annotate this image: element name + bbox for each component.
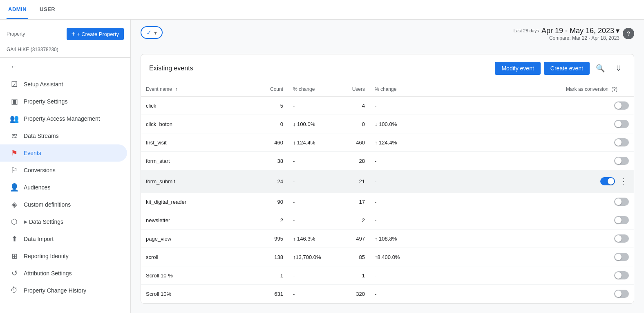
sidebar-item-reporting-identity[interactable]: ⊞Reporting Identity — [0, 248, 127, 265]
count-pct-cell: ↑13,700.0% — [288, 248, 337, 266]
back-button[interactable]: ← — [7, 59, 21, 74]
check-circle-icon: ✓ — [146, 29, 152, 36]
th-users-pct: % change — [370, 82, 419, 97]
create-event-button[interactable]: Create event — [544, 62, 590, 75]
three-dots-menu[interactable]: ⋮ — [618, 175, 629, 187]
conversion-toggle[interactable] — [614, 234, 629, 243]
count-pct-cell: - — [288, 97, 337, 115]
count-cell: 0 — [255, 115, 288, 133]
conversion-toggle[interactable] — [614, 101, 629, 110]
sidebar-item-audiences[interactable]: 👤Audiences — [0, 179, 127, 196]
toggle-slider — [614, 101, 629, 110]
create-property-button[interactable]: + + Create Property — [67, 28, 124, 40]
sidebar-item-data-settings[interactable]: ⬡▶Data Settings — [0, 213, 127, 230]
top-nav: ADMIN USER — [0, 0, 644, 20]
sidebar-item-attribution-settings[interactable]: ↺Attribution Settings — [0, 265, 127, 282]
expand-arrow-icon: ▶ — [24, 219, 27, 225]
count-pct-cell: - — [288, 152, 337, 170]
filter-chip[interactable]: ✓ ▾ — [141, 26, 163, 39]
modify-event-button[interactable]: Modify event — [495, 62, 540, 75]
property-settings-icon: ▣ — [10, 97, 19, 106]
last-days-label: Last 28 days — [514, 28, 539, 33]
users-pct-cell: - — [370, 193, 419, 211]
help-icon[interactable]: ? — [623, 28, 634, 39]
sidebar-item-property-settings[interactable]: ▣Property Settings — [0, 93, 127, 110]
sidebar-label-conversions: Conversions — [24, 167, 56, 173]
property-access-icon: 👥 — [10, 114, 19, 123]
sidebar-items: ☑Setup Assistant▣Property Settings👥Prope… — [0, 76, 130, 299]
row-actions — [424, 101, 629, 110]
conversion-toggle[interactable] — [614, 271, 629, 279]
table-row: form_start38-28- — [141, 152, 634, 170]
chevron-down-icon: ▾ — [154, 29, 157, 36]
conversion-toggle[interactable] — [614, 253, 629, 261]
sidebar-item-property-access[interactable]: 👥Property Access Management — [0, 110, 127, 127]
conversion-toggle[interactable] — [614, 198, 629, 206]
event-name-cell: scroll — [141, 248, 255, 266]
th-event-name[interactable]: Event name ↑ — [141, 82, 255, 97]
users-pct-cell: ↓ 100.0% — [370, 115, 419, 133]
conversion-help-icon[interactable]: (?) — [611, 86, 617, 92]
conversion-cell — [419, 193, 634, 211]
row-actions — [424, 234, 629, 243]
table-row: click_boton0↓ 100.0%0↓ 100.0% — [141, 115, 634, 133]
sidebar-item-events[interactable]: ⚑Events — [0, 144, 127, 162]
download-button[interactable]: ⇓ — [611, 61, 626, 76]
count-cell: 5 — [255, 97, 288, 115]
row-actions — [424, 138, 629, 146]
reporting-identity-icon: ⊞ — [10, 252, 19, 261]
toggle-slider — [614, 234, 629, 243]
sidebar-item-data-import[interactable]: ⬆Data Import — [0, 230, 127, 248]
toggle-slider — [614, 138, 629, 146]
date-info: Last 28 days Apr 19 - May 16, 2023 ▾ Com… — [514, 26, 619, 41]
conversion-toggle[interactable] — [614, 216, 629, 224]
data-streams-icon: ≋ — [10, 131, 19, 140]
users-pct-cell: - — [370, 97, 419, 115]
search-button[interactable]: 🔍 — [593, 61, 608, 76]
audiences-icon: 👤 — [10, 183, 19, 192]
th-users: Users — [337, 82, 370, 97]
toggle-slider — [614, 253, 629, 261]
conversions-icon: ⚐ — [10, 166, 19, 175]
table-row: form_submit24-21-⋮ — [141, 170, 634, 193]
conversion-toggle[interactable] — [614, 157, 629, 165]
users-pct-cell: - — [370, 285, 419, 303]
toggle-slider — [614, 216, 629, 224]
row-actions — [424, 198, 629, 206]
count-pct-cell: - — [288, 193, 337, 211]
property-label: Property — [7, 31, 25, 37]
tab-user[interactable]: USER — [38, 0, 57, 19]
th-count: Count — [255, 82, 288, 97]
users-cell: 28 — [337, 152, 370, 170]
sidebar-label-attribution-settings: Attribution Settings — [24, 270, 72, 277]
th-count-label: Count — [270, 86, 283, 92]
conversion-toggle[interactable] — [614, 290, 629, 298]
sidebar-label-data-import: Data Import — [24, 236, 54, 242]
sidebar-label-data-settings: Data Settings — [29, 218, 63, 225]
date-range-main[interactable]: Apr 19 - May 16, 2023 ▾ — [541, 26, 619, 35]
toggle-slider — [614, 290, 629, 298]
sidebar-item-data-streams[interactable]: ≋Data Streams — [0, 127, 127, 144]
users-cell: 21 — [337, 170, 370, 193]
conversion-toggle[interactable] — [614, 138, 629, 146]
sidebar-item-setup-assistant[interactable]: ☑Setup Assistant — [0, 76, 127, 93]
date-header: Last 28 days Apr 19 - May 16, 2023 ▾ Com… — [514, 26, 634, 41]
sidebar-item-property-change-history[interactable]: ⏱Property Change History — [0, 282, 127, 299]
conversion-cell — [419, 133, 634, 152]
tab-admin[interactable]: ADMIN — [7, 0, 28, 19]
event-name-cell: page_view — [141, 230, 255, 248]
event-name-cell: form_submit — [141, 170, 255, 193]
sidebar-item-custom-definitions[interactable]: ◈Custom definitions — [0, 196, 127, 213]
conversion-toggle[interactable] — [614, 120, 629, 128]
table-row: page_view995↑ 146.3%497↑ 108.8% — [141, 230, 634, 248]
sidebar-label-property-settings: Property Settings — [24, 98, 67, 105]
download-icon: ⇓ — [615, 64, 622, 73]
count-pct-cell: - — [288, 211, 337, 230]
conversion-toggle[interactable] — [600, 177, 615, 185]
count-cell: 38 — [255, 152, 288, 170]
create-property-label: + Create Property — [77, 31, 119, 37]
sidebar-property-header: Property + + Create Property — [0, 23, 130, 45]
sidebar-item-conversions[interactable]: ⚐Conversions — [0, 162, 127, 179]
property-name: GA4 HIKE (313378230) — [0, 45, 130, 56]
event-name-cell: kit_digital_reader — [141, 193, 255, 211]
